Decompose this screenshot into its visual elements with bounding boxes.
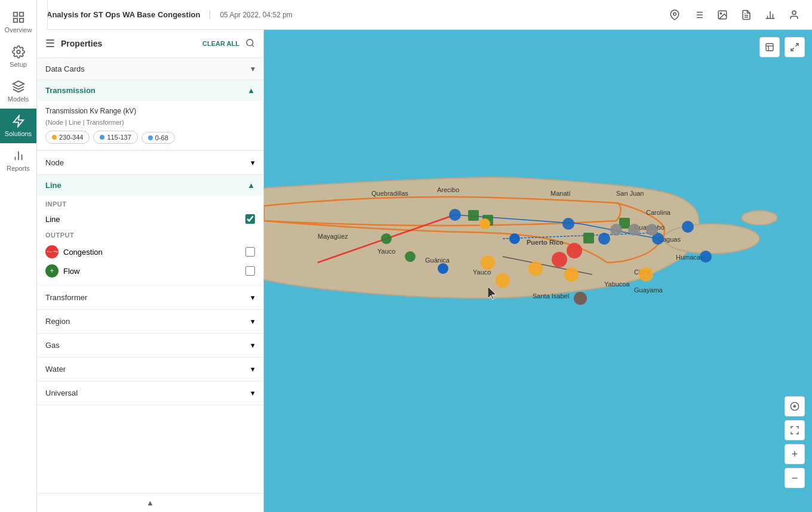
- kv-tag-230-344[interactable]: 230-344: [45, 131, 90, 144]
- congestion-label: Congestion: [63, 248, 103, 257]
- svg-point-65: [639, 267, 653, 282]
- panel-title: Properties: [61, 39, 196, 48]
- svg-point-51: [449, 209, 461, 221]
- universal-header[interactable]: Universal ▾: [37, 381, 263, 405]
- zoom-out-button[interactable]: −: [785, 468, 805, 488]
- kv-tags: 230-344 115-137 0-68: [45, 131, 255, 144]
- map-layers-button[interactable]: [759, 37, 780, 57]
- svg-text:Humacao: Humacao: [676, 254, 704, 261]
- water-chevron: ▾: [251, 365, 255, 374]
- line-input-left: Line: [45, 215, 60, 224]
- universal-section: Universal ▾: [37, 381, 263, 405]
- line-header[interactable]: Line ▲: [37, 175, 263, 196]
- svg-point-53: [598, 233, 610, 245]
- sidebar-item-setup[interactable]: Setup: [0, 39, 36, 74]
- svg-point-77: [247, 39, 253, 46]
- svg-rect-2: [13, 18, 17, 22]
- menu-icon[interactable]: ☰: [45, 37, 55, 50]
- svg-text:Guayama: Guayama: [634, 286, 663, 294]
- water-label: Water: [45, 365, 66, 374]
- panel-body: Data Cards ▾ Transmission ▲ Transmission…: [37, 58, 263, 493]
- svg-point-63: [528, 261, 543, 276]
- panel-scroll-up[interactable]: ▲: [37, 493, 263, 512]
- transformer-header[interactable]: Transformer ▾: [37, 286, 263, 309]
- document-icon[interactable]: [738, 7, 755, 23]
- svg-text:Carolina: Carolina: [646, 209, 671, 216]
- svg-point-18: [720, 13, 721, 14]
- output-label: OUTPUT: [45, 232, 255, 239]
- svg-point-52: [562, 218, 574, 230]
- svg-point-76: [381, 233, 392, 244]
- svg-point-70: [628, 224, 640, 236]
- svg-point-56: [700, 251, 712, 263]
- svg-text:San Juan: San Juan: [616, 190, 644, 197]
- map-bottom-right-controls: + −: [785, 396, 805, 488]
- zoom-in-button[interactable]: +: [785, 444, 805, 464]
- gas-section: Gas ▾: [37, 334, 263, 357]
- person-icon[interactable]: [786, 7, 802, 23]
- svg-text:Arecibo: Arecibo: [437, 186, 459, 193]
- line-input-checkbox[interactable]: [245, 214, 255, 224]
- sidebar-item-solutions[interactable]: Solutions: [0, 109, 36, 143]
- svg-point-71: [646, 224, 658, 236]
- node-label: Node: [45, 158, 64, 167]
- line-title: Line: [45, 181, 61, 190]
- svg-point-25: [792, 11, 796, 14]
- sidebar-item-overview[interactable]: Overview: [0, 5, 36, 39]
- fullscreen-button[interactable]: [785, 420, 805, 440]
- flow-label: Flow: [63, 267, 79, 276]
- analysis-label: Analysis for ST Ops WA Base Congestion: [47, 10, 200, 19]
- congestion-left: 〜 Congestion: [45, 245, 103, 258]
- map-top-right-controls: [759, 37, 805, 57]
- svg-rect-0: [13, 13, 17, 16]
- data-cards-section[interactable]: Data Cards ▾: [37, 58, 263, 80]
- crosshair-button[interactable]: [785, 396, 805, 417]
- sidebar-item-models[interactable]: Models: [0, 74, 36, 109]
- search-icon[interactable]: [245, 38, 255, 50]
- svg-point-69: [610, 224, 622, 236]
- transformer-label: Transformer: [45, 293, 87, 302]
- flow-checkbox[interactable]: [245, 266, 255, 276]
- svg-line-78: [252, 45, 254, 47]
- svg-marker-6: [13, 116, 23, 127]
- image-icon[interactable]: [714, 7, 731, 23]
- transmission-header[interactable]: Transmission ▲: [37, 80, 263, 101]
- line-input-row: Line: [45, 211, 255, 227]
- svg-line-83: [791, 48, 794, 51]
- kv-tag-115-137[interactable]: 115-137: [93, 131, 137, 144]
- data-cards-chevron: ▾: [251, 64, 255, 73]
- node-chevron: ▾: [251, 158, 255, 167]
- transformer-section: Transformer ▾: [37, 286, 263, 310]
- kv-range-sublabel: (Node | Line | Transformer): [45, 119, 255, 126]
- sidebar-item-reports[interactable]: Reports: [0, 143, 36, 178]
- water-section: Water ▾: [37, 357, 263, 381]
- map-area[interactable]: Quebradillas Arecibo Manatí San Juan Car…: [37, 30, 812, 512]
- gas-header[interactable]: Gas ▾: [37, 334, 263, 357]
- region-label: Region: [45, 317, 70, 326]
- list-icon[interactable]: [690, 7, 707, 23]
- kv-dot-blue: [100, 135, 104, 140]
- node-header[interactable]: Node ▾: [37, 151, 263, 174]
- chart-icon[interactable]: [762, 7, 779, 23]
- svg-text:Manatí: Manatí: [550, 190, 571, 197]
- transformer-chevron: ▾: [251, 293, 255, 302]
- clear-all-button[interactable]: CLEAR ALL: [202, 40, 239, 47]
- svg-rect-59: [583, 233, 594, 243]
- congestion-checkbox[interactable]: [245, 247, 255, 257]
- svg-text:Santa Isabel: Santa Isabel: [533, 292, 569, 300]
- congestion-icon: 〜: [45, 245, 59, 258]
- map-expand-button[interactable]: [785, 37, 805, 57]
- svg-point-4: [17, 50, 20, 54]
- header-bar: Analysis for ST Ops WA Base Congestion 0…: [37, 0, 812, 30]
- kv-tag-0-68[interactable]: 0-68: [142, 132, 175, 144]
- svg-point-74: [438, 263, 448, 274]
- svg-point-62: [496, 273, 510, 288]
- location-icon[interactable]: [666, 7, 683, 23]
- region-header[interactable]: Region ▾: [37, 310, 263, 333]
- svg-point-67: [567, 243, 582, 258]
- svg-rect-79: [766, 44, 773, 51]
- svg-point-10: [673, 13, 676, 16]
- main-content: Analysis for ST Ops WA Base Congestion 0…: [37, 0, 812, 512]
- water-header[interactable]: Water ▾: [37, 357, 263, 381]
- svg-point-72: [509, 233, 520, 244]
